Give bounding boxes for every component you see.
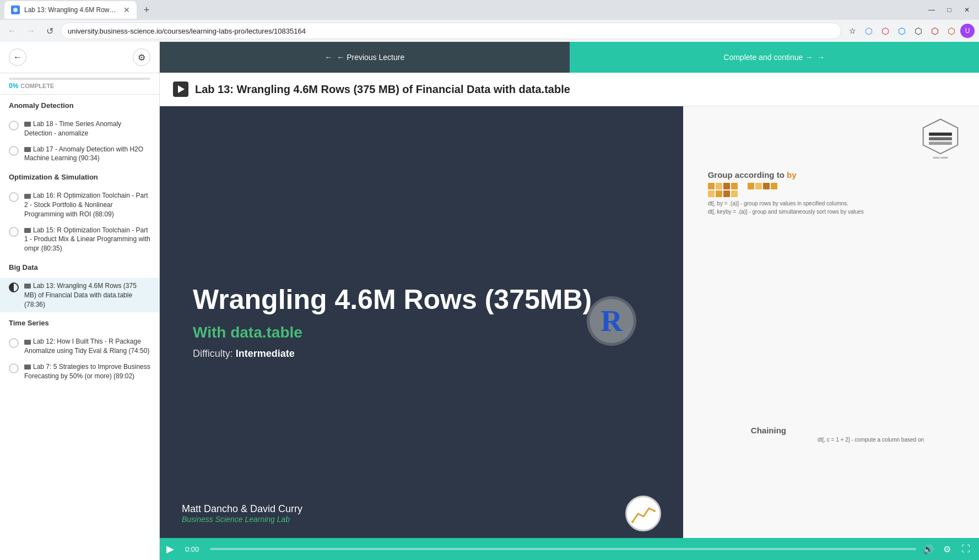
completion-circle-lab17 <box>9 146 19 156</box>
prev-label: ← Previous Lecture <box>337 53 404 62</box>
svg-point-9 <box>631 521 634 523</box>
section-bigdata: Big Data <box>0 257 159 278</box>
r-logo: R <box>584 293 639 351</box>
svg-point-0 <box>13 8 18 12</box>
play-button[interactable]: ▶ <box>166 543 180 555</box>
seek-bar[interactable] <box>210 548 916 550</box>
reload-button[interactable]: ↺ <box>42 23 57 39</box>
svg-rect-4 <box>929 142 952 145</box>
lecture-play-icon <box>173 81 188 97</box>
overlay-difficulty: Difficulty: Intermediate <box>193 348 650 360</box>
cs-grid-visual-2 <box>708 183 962 197</box>
previous-lecture-button[interactable]: ← ← Previous Lecture <box>160 42 570 73</box>
forward-button[interactable]: → <box>23 23 39 39</box>
svg-marker-1 <box>923 119 958 154</box>
sidebar-item-lab15[interactable]: Lab 15: R Optimization Toolchain - Part … <box>0 222 159 257</box>
sidebar-item-label-lab17: Lab 17 - Anomaly Detection with H2O Mach… <box>24 145 150 164</box>
gg8 <box>731 191 738 197</box>
sidebar-item-lab12[interactable]: Lab 12: How I Built This - R Package Ano… <box>0 334 159 359</box>
tab-title: Lab 13: Wrangling 4.6M Rows (3... <box>24 6 119 14</box>
back-button[interactable]: ← <box>4 23 20 39</box>
cs-group-cells-2 <box>748 183 777 197</box>
overlay-main: Wrangling 4.6M Rows (375MB) With data.ta… <box>193 128 650 516</box>
sidebar-item-lab13[interactable]: Lab 13: Wrangling 4.6M Rows (375 MB) of … <box>0 278 159 312</box>
lastpass-icon[interactable]: ⬡ <box>878 23 893 39</box>
extension1-icon[interactable]: ⬡ <box>894 23 910 39</box>
overlay-subtitle: With data.table <box>193 324 650 341</box>
gg10 <box>755 183 762 189</box>
sidebar-item-content-lab12: Lab 12: How I Built This - R Package Ano… <box>24 337 150 356</box>
address-bar[interactable]: university.business-science.io/courses/l… <box>61 23 841 39</box>
section-title-bigdata: Big Data <box>9 263 150 271</box>
gg4 <box>731 183 738 189</box>
sidebar-back-button[interactable]: ← <box>9 48 26 66</box>
video-icon-lab18 <box>24 122 31 127</box>
section-title-anomaly: Anomaly Detection <box>9 101 150 110</box>
main-layout: ← ⚙ 0% COMPLETE Anomaly Detection Lab 18… <box>0 42 979 560</box>
settings-button[interactable]: ⚙ <box>940 542 954 556</box>
section-optimization: Optimization & Simulation <box>0 166 159 188</box>
pinterest-icon[interactable]: ⬡ <box>927 23 943 39</box>
video-area: Data Transformation with data.table CHEA… <box>160 106 979 560</box>
url-display: university.business-science.io/courses/l… <box>68 27 834 35</box>
chromebook-icon[interactable]: ⬡ <box>861 23 877 39</box>
chaining-label: Chaining <box>751 426 786 435</box>
sidebar-item-label-lab12: Lab 12: How I Built This - R Package Ano… <box>24 337 150 356</box>
sidebar-item-lab16[interactable]: Lab 16: R Optimization Toolchain - Part … <box>0 188 159 222</box>
completion-circle-lab12 <box>9 338 19 348</box>
sidebar-item-lab17[interactable]: Lab 17 - Anomaly Detection with H2O Mach… <box>0 142 159 167</box>
gg6 <box>716 191 722 197</box>
sidebar-item-content-lab15: Lab 15: R Optimization Toolchain - Part … <box>24 226 150 253</box>
close-button[interactable]: ✕ <box>959 4 975 15</box>
video-icon-lab17 <box>24 147 31 152</box>
sidebar-item-label-lab18: Lab 18 - Time Series Anomaly Detection -… <box>24 119 150 138</box>
profile-icon[interactable]: U <box>960 24 975 38</box>
video-controls[interactable]: ▶ 0:00 🔊 ⚙ ⛶ <box>160 538 979 560</box>
minimize-button[interactable]: — <box>924 4 939 15</box>
sidebar-item-lab18[interactable]: Lab 18 - Time Series Anomaly Detection -… <box>0 116 159 142</box>
sidebar-settings-button[interactable]: ⚙ <box>133 48 150 66</box>
prev-arrow-icon: ← <box>324 53 332 62</box>
gg3 <box>723 183 730 189</box>
gg2 <box>716 183 722 189</box>
gg7 <box>723 191 730 197</box>
video-icon-lab16 <box>24 194 31 199</box>
active-tab[interactable]: Lab 13: Wrangling 4.6M Rows (3... ✕ <box>4 1 137 19</box>
section-anomaly-detection: Anomaly Detection <box>0 95 159 116</box>
sidebar-item-lab7[interactable]: Lab 7: 5 Strategies to Improve Business … <box>0 359 159 384</box>
fullscreen-button[interactable]: ⛶ <box>959 542 972 556</box>
cs-group-title: Group according to by <box>708 170 962 180</box>
bookmark-icon[interactable]: ☆ <box>845 23 860 39</box>
extension3-icon[interactable]: ⬡ <box>944 23 959 39</box>
tab-favicon <box>11 6 20 14</box>
svg-point-10 <box>653 510 656 512</box>
sidebar-item-content-lab17: Lab 17 - Anomaly Detection with H2O Mach… <box>24 145 150 164</box>
maximize-button[interactable]: □ <box>942 4 957 15</box>
tab-close-button[interactable]: ✕ <box>123 6 130 14</box>
completion-circle-lab18 <box>9 121 19 131</box>
sidebar-item-label-lab15: Lab 15: R Optimization Toolchain - Part … <box>24 226 150 253</box>
volume-button[interactable]: 🔊 <box>922 542 935 556</box>
video-icon-lab12 <box>24 340 31 345</box>
presenter-info: Matt Dancho & David Curry Business Scien… <box>182 503 302 524</box>
progress-container: 0% COMPLETE <box>0 73 159 95</box>
sidebar-item-content-lab13: Lab 13: Wrangling 4.6M Rows (375 MB) of … <box>24 281 150 309</box>
gg12 <box>771 183 777 189</box>
time-display: 0:00 <box>185 545 204 553</box>
complete-continue-button[interactable]: Complete and continue → → <box>570 42 980 73</box>
video-icon-lab13 <box>24 284 31 289</box>
svg-text:R: R <box>601 304 623 338</box>
new-tab-button[interactable]: + <box>139 2 154 18</box>
sidebar-item-label-lab16: Lab 16: R Optimization Toolchain - Part … <box>24 191 150 219</box>
progress-text: 0% COMPLETE <box>9 82 150 90</box>
sidebar-item-content-lab18: Lab 18 - Time Series Anomaly Detection -… <box>24 119 150 138</box>
datatable-logo: data.table <box>918 117 962 161</box>
completion-circle-lab15 <box>9 227 19 237</box>
chaining-body: dt[, c = 1 + 2] - compute a column based… <box>818 437 924 443</box>
complete-arrow-icon: → <box>817 53 825 62</box>
progress-percentage: 0% <box>9 82 18 90</box>
extension2-icon[interactable]: ⬡ <box>911 23 926 39</box>
complete-label: Complete and continue → <box>723 53 813 62</box>
lecture-header: Lab 13: Wrangling 4.6M Rows (375 MB) of … <box>160 73 979 106</box>
tab-bar: Lab 13: Wrangling 4.6M Rows (3... ✕ + — … <box>0 0 979 20</box>
